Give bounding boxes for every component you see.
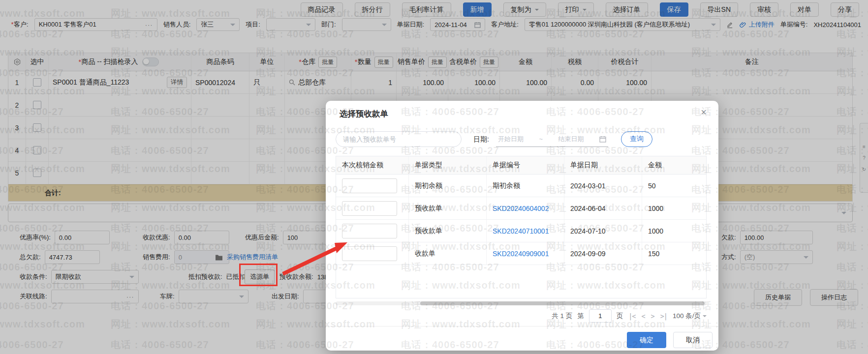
advance-receipt-table: 本次核销金额单据类型单据编号单据日期金额 期初余额期初余额2024-03-015… [336,156,707,298]
query-button[interactable]: 查询 [621,131,652,147]
modal-title: 选择预收款单 [340,109,388,119]
scrollbar-thumb[interactable] [420,301,705,305]
date-end-placeholder[interactable]: 结束日期 [558,135,584,144]
amount-cell: 1000 [642,220,706,242]
amount-cell: 50 [642,175,706,197]
doc-type-cell: 收款单 [409,242,487,265]
advance-receipt-no-input[interactable] [336,131,462,147]
advance-receipt-table-header: 本次核销金额单据类型单据编号单据日期金额 [336,156,706,175]
sales-order-window: 商品记录拆分行毛利率计算新增复制为打印选择订单保存导出SN审核对单分享 *客户:… [0,0,868,354]
writeoff-amount-cell [336,197,409,219]
modal-column-header: 单据类型 [409,156,487,174]
doc-date-cell: 2024-03-01 [564,175,642,197]
cancel-button[interactable]: 取消 [673,332,713,348]
doc-type-cell: 预收款单 [409,197,487,219]
writeoff-amount-input[interactable] [342,201,397,216]
advance-receipt-row: 预收款单SKD202407100012024-07-101000 [336,220,706,242]
doc-type-cell: 期初余额 [409,175,487,197]
total-pages: 共 1 页 [552,312,572,321]
writeoff-amount-input[interactable] [342,224,397,238]
amount-cell: 1000 [642,197,706,219]
advance-receipt-table-body: 期初余额期初余额2024-03-0150预收款单SKD2024060400220… [336,175,706,265]
modal-column-header: 单据编号 [487,156,564,174]
modal-column-header: 单据日期 [564,156,642,174]
prev-page-icon[interactable]: < [641,312,645,320]
close-icon[interactable]: × [701,107,707,118]
advance-receipt-row: 期初余额期初余额2024-03-0150 [336,175,706,197]
horizontal-scrollbar[interactable] [336,301,707,305]
page-prefix: 第 [577,312,584,321]
advance-receipt-row: 预收款单SKD202406040022024-06-041000 [336,197,706,220]
per-page-select[interactable]: 100 条/页 [673,312,707,321]
first-page-icon[interactable]: |< [628,312,636,320]
doc-date-cell: 2024-07-10 [564,220,642,242]
writeoff-amount-input[interactable] [342,246,397,261]
chevron-down-icon [703,315,707,319]
doc-date-cell: 2024-06-04 [564,197,642,219]
last-page-icon[interactable]: >| [660,312,668,320]
modal-footer-divider [326,326,718,326]
advance-receipt-row: 收款单SKD202409090012024-09-09150 [336,242,706,265]
writeoff-amount-input[interactable] [342,178,397,193]
doc-no-cell[interactable]: SKD20240909001 [487,242,564,265]
doc-no-link[interactable]: SKD20240604002 [493,205,549,212]
writeoff-amount-cell [336,175,409,197]
doc-no-cell[interactable]: SKD20240604002 [487,197,564,219]
amount-cell: 150 [642,242,706,265]
doc-date-cell: 2024-09-09 [564,242,642,265]
doc-no-cell[interactable]: SKD20240710001 [487,220,564,242]
page-suffix: 页 [617,312,623,321]
page-input[interactable] [589,309,612,323]
confirm-button[interactable]: 确定 [627,332,666,348]
modal-column-header: 本次核销金额 [336,156,409,174]
next-page-icon[interactable]: > [651,312,655,320]
calendar-icon[interactable] [599,136,606,143]
date-range-picker[interactable]: 开始日期 ~ 结束日期 [496,131,608,147]
doc-type-cell: 预收款单 [409,220,487,242]
writeoff-amount-cell [336,220,409,242]
date-separator: ~ [539,135,543,143]
writeoff-amount-cell [336,242,409,265]
modal-column-header: 金额 [642,156,706,174]
modal-date-label: 日期: [473,135,489,144]
doc-no-link[interactable]: SKD20240909001 [493,250,549,258]
pagination: 共 1 页 第 页 |< < > >| 100 条/页 [552,309,707,323]
annotation-highlight-box [239,264,278,286]
doc-no-cell: 期初余额 [487,175,564,197]
select-advance-receipt-modal: 选择预收款单 × 日期: 开始日期 ~ 结束日期 查询 本次核销金额单据类型单据… [326,101,718,351]
date-start-placeholder[interactable]: 开始日期 [498,135,524,144]
doc-no-link[interactable]: SKD20240710001 [493,227,549,235]
